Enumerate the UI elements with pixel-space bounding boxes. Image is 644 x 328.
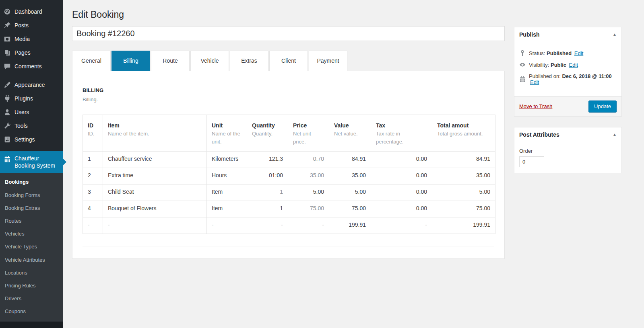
sidebar-item-posts[interactable]: Posts [0, 18, 63, 32]
tab-vehicle[interactable]: Vehicle [190, 51, 229, 71]
menu-separator [0, 73, 63, 78]
cell-tax: - [371, 217, 432, 234]
sidebar-item-label: Chauffeur Booking System [14, 155, 60, 169]
sidebar-item-label: Appearance [14, 82, 45, 88]
cell-id: 1 [83, 152, 103, 168]
sidebar-item-chauffeur-booking-system[interactable]: Chauffeur Booking System [0, 151, 63, 173]
cell-item: Chauffeur service [103, 152, 207, 168]
sidebar-item-label: Tools [14, 123, 28, 129]
sidebar-item-plugins[interactable]: Plugins [0, 92, 63, 105]
cell-id: - [83, 217, 103, 234]
tab-general[interactable]: General [72, 51, 111, 71]
cell-quantity: 01:00 [247, 168, 288, 184]
cell-unit: Item [207, 184, 247, 201]
edit-published-date-link[interactable]: Edit [530, 79, 539, 85]
sidebar-bottom-strip [0, 322, 63, 328]
cell-price: 75.00 [288, 201, 329, 217]
edit-visibility-link[interactable]: Edit [569, 62, 578, 68]
update-button[interactable]: Update [588, 100, 617, 112]
sidebar-item-label: Plugins [14, 95, 33, 102]
visibility-text: Visibility: Public Edit [529, 62, 578, 68]
cell-total: 199.91 [432, 217, 495, 234]
pin-status-icon [519, 50, 526, 56]
status-line: Status: Published Edit [519, 50, 617, 56]
cell-total: 75.00 [432, 201, 495, 217]
edit-status-link[interactable]: Edit [574, 50, 583, 56]
column-header-item: Item Name of the item. [103, 115, 207, 152]
order-input[interactable] [519, 156, 544, 167]
plug-icon [4, 95, 11, 102]
tab-extras[interactable]: Extras [230, 51, 268, 71]
submenu-item-vehicle-types[interactable]: Vehicle Types [0, 240, 63, 253]
move-to-trash-link[interactable]: Move to Trash [519, 103, 552, 109]
sidebar-item-label: Media [14, 36, 30, 42]
sidebar-item-label: Comments [14, 63, 42, 70]
submenu-item-coupons[interactable]: Coupons [0, 305, 63, 318]
collapse-toggle-icon[interactable]: ▲ [613, 133, 617, 137]
published-on-line: Published on: Dec 6, 2018 @ 11:00 Edit [519, 73, 617, 85]
cell-quantity: 1 [247, 201, 288, 217]
submenu-item-drivers[interactable]: Drivers [0, 292, 63, 305]
sidebar-item-label: Settings [14, 136, 35, 143]
published-on-text: Published on: Dec 6, 2018 @ 11:00 Edit [529, 73, 617, 85]
submenu-item-booking-forms[interactable]: Booking Forms [0, 189, 63, 202]
sidebar-item-label: Pages [14, 49, 31, 56]
sidebar-item-label: Users [14, 109, 29, 115]
sidebar-item-users[interactable]: Users [0, 105, 63, 119]
cell-price: 5.00 [288, 184, 329, 201]
submenu-item-locations[interactable]: Locations [0, 266, 63, 279]
brush-icon [4, 81, 11, 88]
cell-quantity: 121.3 [247, 152, 288, 168]
tab-payment[interactable]: Payment [309, 51, 347, 71]
calendar-icon [519, 76, 526, 82]
publish-panel: Publish ▲ Status: Published Edit [514, 27, 622, 117]
cell-item: Bouquet of Flowers [103, 201, 207, 217]
sidebar-item-dashboard[interactable]: Dashboard [0, 5, 63, 18]
status-text: Status: Published Edit [529, 50, 583, 56]
sidebar-item-comments[interactable]: Comments [0, 59, 63, 73]
column-header-value: Value Net value. [329, 115, 371, 152]
sidebar-item-label: Posts [14, 22, 29, 29]
submenu-item-pricing-rules[interactable]: Pricing Rules [0, 279, 63, 292]
column-header-total: Total amout Total gross amount. [432, 115, 495, 152]
billing-table: ID ID. Item Name of the item. Unit Name … [83, 115, 495, 234]
collapse-toggle-icon[interactable]: ▲ [613, 33, 617, 37]
menu-separator [0, 146, 63, 151]
cell-tax: 0.00 [371, 168, 432, 184]
media-icon [4, 35, 11, 43]
tab-billing[interactable]: Billing [111, 51, 150, 71]
plugin-submenu: Bookings Booking Forms Booking Extras Ro… [0, 173, 63, 328]
sidebar-item-appearance[interactable]: Appearance [0, 78, 63, 92]
cell-price: 0.70 [288, 152, 329, 168]
cell-price: 35.00 [288, 168, 329, 184]
submenu-item-vehicle-attributes[interactable]: Vehicle Attributes [0, 254, 63, 266]
cell-id: 4 [83, 201, 103, 217]
booking-title-input[interactable] [72, 26, 505, 41]
column-header-quantity: Quantity Quantity. [247, 115, 288, 152]
tab-route[interactable]: Route [151, 51, 190, 71]
billing-subheading: Billing. [83, 96, 494, 102]
cell-total: 84.91 [432, 152, 495, 168]
post-attributes-panel: Post Attributes ▲ Order [514, 127, 622, 173]
pages-icon [4, 49, 11, 56]
sidebar-item-tools[interactable]: Tools [0, 119, 63, 133]
dashboard-icon [4, 8, 11, 15]
post-attributes-title: Post Attributes [519, 131, 559, 138]
cell-id: 2 [83, 168, 103, 184]
comments-icon [4, 63, 11, 70]
cell-value: 5.00 [329, 184, 371, 201]
tab-client[interactable]: Client [269, 51, 308, 71]
sidebar-item-media[interactable]: Media [0, 32, 63, 46]
submenu-item-routes[interactable]: Routes [0, 215, 63, 228]
submenu-item-bookings[interactable]: Bookings [0, 176, 63, 189]
submenu-item-booking-extras[interactable]: Booking Extras [0, 202, 63, 215]
cell-tax: 0.00 [371, 201, 432, 217]
submenu-item-vehicles[interactable]: Vehicles [0, 228, 63, 240]
cell-total: 5.00 [432, 184, 495, 201]
billing-panel: BILLING Billing. ID ID. Item Name of the… [72, 71, 505, 259]
cell-unit: Item [207, 201, 247, 217]
sidebar-item-settings[interactable]: Settings [0, 133, 63, 146]
settings-icon [4, 136, 11, 143]
sidebar-item-pages[interactable]: Pages [0, 46, 63, 59]
table-row: 4 Bouquet of Flowers Item 1 75.00 75.00 … [83, 201, 495, 217]
